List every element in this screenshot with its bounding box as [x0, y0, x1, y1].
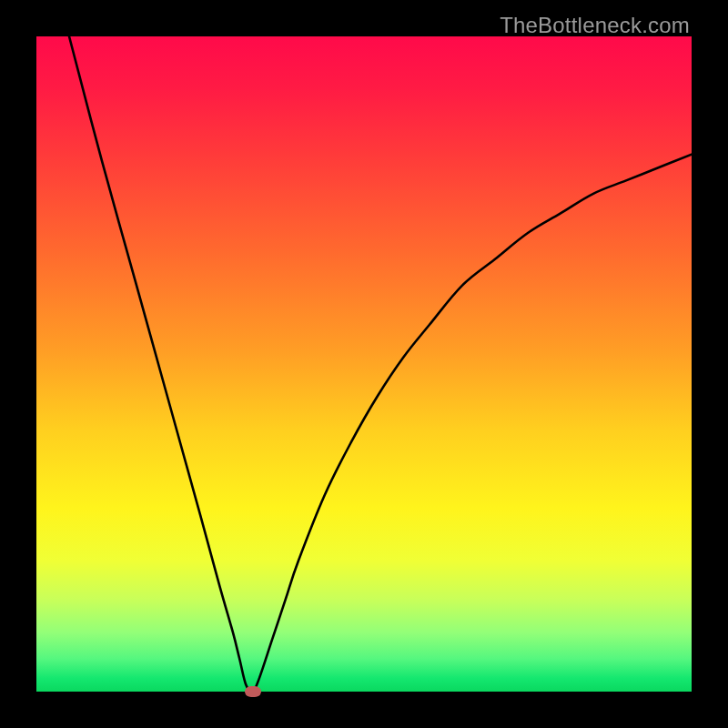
bottleneck-curve — [69, 36, 692, 692]
plot-area — [36, 36, 692, 692]
watermark-text: TheBottleneck.com — [500, 13, 690, 38]
chart-frame: TheBottleneck.com — [0, 0, 728, 728]
minimum-marker — [245, 686, 261, 697]
curve-svg — [36, 36, 692, 692]
